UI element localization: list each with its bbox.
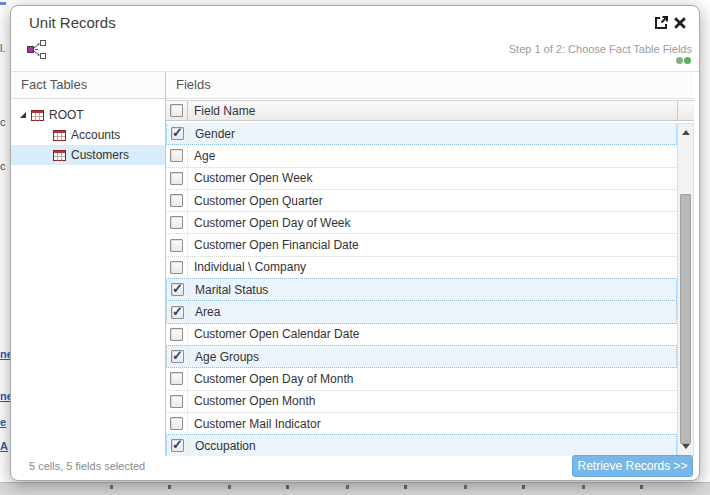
field-label: Customer Open Day of Week [188, 212, 351, 233]
field-row[interactable]: Gender [166, 123, 677, 145]
step-dot [676, 57, 683, 64]
field-checkbox-cell [167, 301, 189, 322]
popout-icon[interactable] [654, 15, 669, 30]
field-row[interactable]: Occupation [166, 434, 677, 456]
field-label: Marital Status [189, 279, 268, 300]
scrollbar[interactable] [677, 123, 694, 456]
field-row[interactable]: Customer Open Day of Week [166, 212, 677, 234]
field-checkbox[interactable] [170, 372, 183, 385]
field-label: Customer Open Month [188, 391, 315, 412]
field-row[interactable]: Customer Open Day of Month [166, 368, 677, 390]
field-row[interactable]: Customer Open Financial Date [166, 234, 677, 256]
fact-tables-tree: ROOTAccountsCustomers [11, 99, 165, 165]
table-icon [53, 150, 66, 161]
field-row[interactable]: Age [166, 145, 677, 167]
field-label: Customer Mail Indicator [188, 413, 321, 434]
field-label: Individual \ Company [188, 257, 306, 278]
field-label: Customer Open Week [188, 168, 313, 189]
field-label: Area [189, 301, 220, 322]
tree-item-root[interactable]: ROOT [11, 105, 165, 125]
fact-tables-panel: Fact Tables ROOTAccountsCustomers [11, 72, 166, 456]
field-checkbox-cell [166, 413, 188, 434]
scrollbar-down-icon[interactable] [678, 439, 693, 454]
field-checkbox-cell [166, 145, 188, 166]
field-checkbox[interactable] [171, 127, 184, 140]
field-checkbox[interactable] [171, 350, 184, 363]
fields-grid-header: Field Name [166, 100, 694, 121]
field-checkbox[interactable] [170, 172, 183, 185]
background-text-fragment: l. [0, 42, 6, 54]
background-text-fragment: A [0, 440, 8, 452]
field-checkbox[interactable] [171, 439, 184, 452]
field-checkbox[interactable] [170, 216, 183, 229]
fact-tables-header: Fact Tables [11, 72, 165, 99]
grid-header-spacer [677, 101, 694, 120]
table-icon [31, 110, 44, 121]
field-checkbox[interactable] [170, 239, 183, 252]
field-label: Occupation [189, 435, 256, 456]
step-indicator-text: Step 1 of 2: Choose Fact Table Fields [509, 43, 692, 55]
fields-header: Fields [166, 72, 694, 99]
field-checkbox-cell [167, 123, 189, 144]
field-row[interactable]: Customer Mail Indicator [166, 413, 677, 435]
field-label: Customer Open Quarter [188, 190, 323, 211]
field-checkbox[interactable] [170, 261, 183, 274]
field-row[interactable]: Marital Status [166, 278, 677, 301]
select-all-checkbox[interactable] [170, 104, 183, 117]
dialog-main: Fact Tables ROOTAccountsCustomers Fields… [11, 71, 699, 456]
retrieve-records-button[interactable]: Retrieve Records >> [572, 455, 693, 477]
field-row[interactable]: Customer Open Quarter [166, 190, 677, 212]
field-name-column-header: Field Name [188, 101, 677, 120]
field-row[interactable]: Area [166, 300, 677, 323]
field-label: Customer Open Financial Date [188, 234, 359, 255]
dialog-title: Unit Records [29, 14, 116, 31]
field-checkbox[interactable] [170, 417, 183, 430]
tree-item-customers[interactable]: Customers [11, 145, 165, 165]
field-checkbox[interactable] [170, 149, 183, 162]
field-row[interactable]: Age Groups [166, 345, 677, 368]
field-row[interactable]: Customer Open Week [166, 168, 677, 190]
field-label: Gender [189, 123, 235, 144]
selection-status-text: 5 cells, 5 fields selected [29, 460, 145, 472]
scrollbar-up-icon[interactable] [678, 125, 693, 140]
scrollbar-thumb[interactable] [680, 194, 691, 444]
field-checkbox[interactable] [170, 395, 183, 408]
field-checkbox-cell [166, 324, 188, 345]
tree-item-label: ROOT [49, 108, 84, 122]
field-checkbox-cell [166, 212, 188, 233]
field-row[interactable]: Individual \ Company [166, 257, 677, 279]
step-dots [676, 57, 691, 64]
fields-panel: Fields Field Name GenderAgeCustomer Open… [166, 72, 699, 456]
field-row[interactable]: Customer Open Month [166, 391, 677, 413]
fact-table-branch-icon[interactable] [26, 39, 47, 64]
field-label: Age Groups [189, 346, 259, 367]
field-checkbox-cell [167, 346, 189, 367]
field-label: Customer Open Calendar Date [188, 324, 359, 345]
field-checkbox-cell [167, 279, 189, 300]
field-checkbox[interactable] [171, 283, 184, 296]
unit-records-dialog: Unit Records [10, 5, 700, 481]
tree-item-accounts[interactable]: Accounts [11, 125, 165, 145]
background-artifact [0, 2, 6, 5]
field-checkbox[interactable] [171, 306, 184, 319]
field-label: Age [188, 145, 215, 166]
table-icon [53, 130, 66, 141]
close-icon[interactable] [673, 16, 687, 30]
field-checkbox-cell [166, 257, 188, 278]
background-text-fragment: c [0, 116, 6, 128]
tree-item-label: Accounts [71, 128, 120, 142]
field-checkbox[interactable] [170, 328, 183, 341]
field-checkbox-cell [166, 234, 188, 255]
tree-expander-icon[interactable] [20, 112, 26, 118]
field-row[interactable]: Customer Open Calendar Date [166, 324, 677, 346]
page-bottom-table-edge [0, 482, 710, 495]
select-all-cell [166, 101, 188, 120]
field-checkbox-cell [166, 368, 188, 389]
step-dot [684, 57, 691, 64]
background-text-fragment: e [0, 416, 6, 428]
background-text-fragment: c [0, 160, 6, 172]
field-label: Customer Open Day of Month [188, 368, 353, 389]
field-checkbox[interactable] [170, 194, 183, 207]
tree-item-label: Customers [71, 148, 129, 162]
field-checkbox-cell [166, 391, 188, 412]
